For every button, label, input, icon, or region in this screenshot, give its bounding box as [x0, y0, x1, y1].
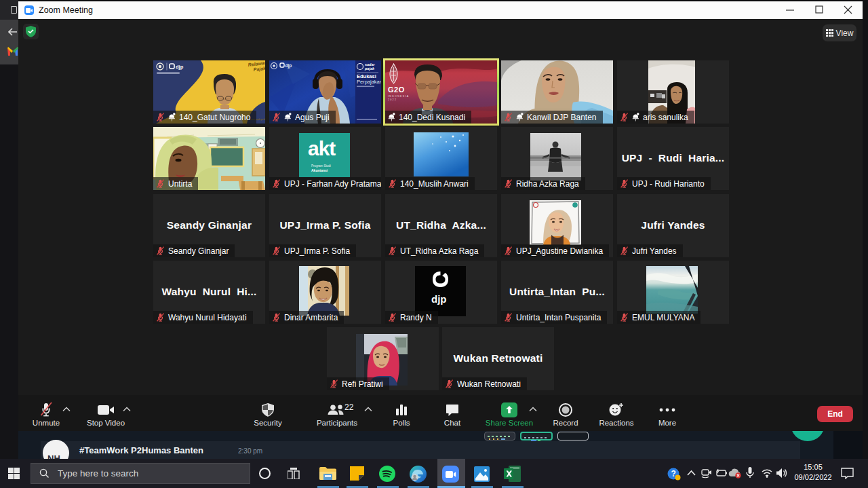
svg-text:G2O: G2O — [388, 86, 405, 94]
svg-text:djp: djp — [176, 64, 184, 70]
svg-text:pajak: pajak — [364, 67, 375, 71]
svg-text:djp: djp — [431, 293, 447, 305]
svg-text:INDONESIA: INDONESIA — [388, 95, 409, 98]
svg-text:2022: 2022 — [388, 98, 397, 101]
svg-text:Perpajakan: Perpajakan — [357, 79, 381, 85]
svg-text:djp: djp — [285, 63, 292, 69]
